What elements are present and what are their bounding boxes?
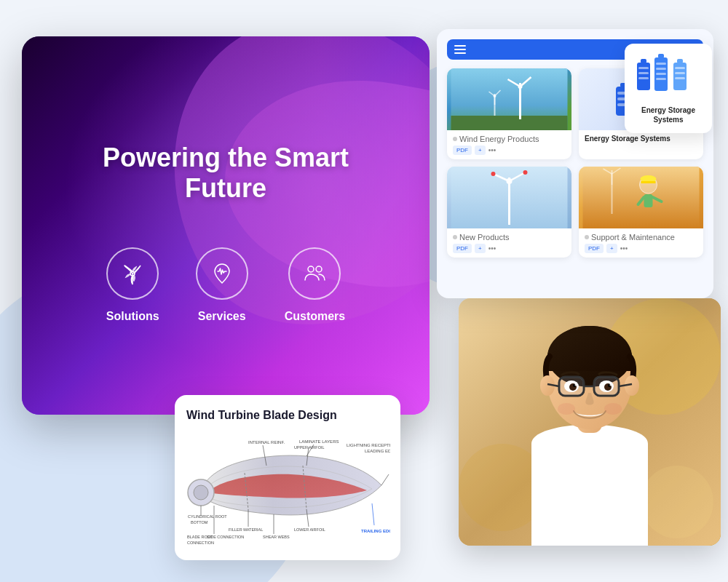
svg-point-117 — [610, 384, 612, 386]
fm-support-info: Support & Maintenance PDF + ••• — [579, 228, 703, 258]
svg-point-69 — [194, 485, 208, 500]
svg-rect-56 — [658, 54, 664, 58]
svg-point-38 — [523, 170, 528, 175]
svg-rect-53 — [638, 72, 649, 74]
fm-line-3 — [454, 52, 466, 54]
fm-energy-title: Energy Storage Systems — [585, 135, 697, 143]
svg-text:INTERNAL REINF.: INTERNAL REINF. — [248, 440, 285, 445]
fm-support-image — [579, 167, 703, 228]
svg-rect-54 — [638, 77, 649, 79]
fm-line-1 — [454, 45, 466, 47]
svg-line-75 — [372, 503, 374, 525]
diagram-title: Wind Turbine Blade Design — [186, 408, 389, 423]
fm-add-btn-3[interactable]: + — [606, 244, 617, 253]
wind-scene-svg — [447, 68, 571, 130]
fm-wind-info: Wind Energy Products PDF + ••• — [447, 130, 571, 159]
fm-dot-3 — [585, 235, 589, 239]
svg-line-70 — [381, 474, 389, 485]
fm-more-btn-2[interactable]: ••• — [488, 244, 496, 252]
services-item[interactable]: Services — [196, 247, 248, 323]
svg-rect-52 — [638, 67, 649, 69]
svg-text:LAMINATE LAYERS: LAMINATE LAYERS — [299, 439, 339, 444]
svg-point-97 — [641, 466, 713, 538]
svg-text:FILLER MATERIAL: FILLER MATERIAL — [229, 527, 263, 532]
support-svg — [579, 167, 703, 228]
svg-point-119 — [604, 403, 622, 415]
svg-rect-39 — [583, 167, 700, 228]
svg-point-118 — [558, 403, 575, 415]
fm-more-btn-3[interactable]: ••• — [620, 244, 628, 252]
svg-rect-43 — [644, 194, 653, 207]
new-products-svg — [447, 167, 571, 228]
services-icon-circle — [196, 247, 248, 300]
fm-wind-actions: PDF + ••• — [453, 146, 566, 155]
battery-icon-group — [636, 52, 701, 100]
fm-support-title: Support & Maintenance — [591, 233, 675, 242]
customers-icon-circle — [288, 247, 341, 300]
fm-header-icon — [454, 45, 466, 54]
fm-item-new-products[interactable]: New Products PDF + ••• — [447, 167, 571, 258]
svg-point-37 — [491, 172, 496, 176]
svg-text:SIDE CONNECTION: SIDE CONNECTION — [207, 535, 244, 539]
customers-item[interactable]: Customers — [285, 247, 346, 323]
energy-card-title: Energy Storage Systems — [633, 105, 703, 124]
diagram-area: LIGHTNING RECEPTION LAMINATE LAYERS TRAI… — [186, 431, 389, 547]
fm-item-support[interactable]: Support & Maintenance PDF + ••• — [579, 167, 703, 258]
svg-rect-60 — [656, 78, 666, 80]
fm-pdf-btn-2[interactable]: PDF — [453, 244, 472, 253]
svg-rect-51 — [641, 59, 646, 63]
fm-add-btn[interactable]: + — [475, 146, 486, 155]
svg-rect-64 — [675, 72, 685, 74]
fm-line-2 — [454, 49, 466, 50]
turbine-diagram-card: Wind Turbine Blade Design — [175, 395, 400, 560]
fm-new-products-image — [447, 167, 571, 228]
fm-pdf-btn[interactable]: PDF — [453, 146, 472, 155]
fm-add-btn-2[interactable]: + — [475, 244, 486, 253]
fm-energy-info: Energy Storage Systems — [579, 130, 703, 150]
svg-point-9 — [518, 84, 523, 89]
svg-point-116 — [575, 384, 577, 386]
person-photo — [459, 298, 721, 546]
person-card — [459, 298, 721, 546]
services-label: Services — [198, 310, 246, 323]
screen-content: Powering the Smart Future — [22, 36, 430, 415]
person-svg — [459, 298, 721, 546]
svg-rect-62 — [677, 59, 683, 63]
svg-point-36 — [507, 178, 513, 184]
fm-pdf-btn-3[interactable]: PDF — [585, 244, 604, 253]
fm-dot — [453, 137, 457, 141]
svg-text:CONNECTION: CONNECTION — [187, 541, 214, 545]
fm-new-products-title: New Products — [459, 233, 509, 242]
fan-icon — [119, 260, 146, 287]
battery-float-svg — [636, 52, 701, 100]
svg-text:LIGHTNING RECEPTION: LIGHTNING RECEPTION — [347, 443, 390, 447]
svg-text:LEADING EDGE: LEADING EDGE — [365, 449, 390, 453]
fm-new-products-actions: PDF + ••• — [453, 244, 566, 253]
fm-wind-title: Wind Energy Products — [459, 135, 539, 143]
svg-rect-65 — [675, 77, 685, 79]
svg-point-1 — [308, 266, 314, 272]
customers-label: Customers — [285, 310, 346, 323]
svg-point-14 — [494, 95, 496, 97]
svg-text:TRAILING EDGE: TRAILING EDGE — [361, 529, 390, 533]
svg-text:LOWER AIRFOIL: LOWER AIRFOIL — [294, 527, 325, 532]
energy-storage-card: Energy Storage Systems — [625, 44, 712, 133]
solutions-icon-circle — [106, 247, 159, 300]
svg-rect-57 — [656, 63, 666, 65]
fm-item-wind-energy[interactable]: Wind Energy Products PDF + ••• — [447, 68, 571, 159]
solutions-item[interactable]: Solutions — [106, 247, 159, 323]
fm-dot-2 — [453, 235, 457, 239]
svg-text:BOTTOM: BOTTOM — [191, 520, 208, 525]
fm-file-label-support: Support & Maintenance — [585, 233, 697, 242]
fm-file-label-new: New Products — [453, 233, 566, 242]
svg-text:UPPER AIRFOIL: UPPER AIRFOIL — [294, 445, 325, 450]
svg-point-2 — [316, 266, 322, 272]
turbine-blade-svg: LIGHTNING RECEPTION LAMINATE LAYERS TRAI… — [186, 431, 390, 547]
svg-rect-63 — [675, 67, 685, 69]
svg-text:SHEAR WEBS: SHEAR WEBS — [263, 535, 290, 539]
fm-support-actions: PDF + ••• — [585, 244, 697, 253]
svg-rect-59 — [656, 73, 666, 75]
solutions-label: Solutions — [106, 310, 159, 323]
fm-more-btn[interactable]: ••• — [488, 146, 496, 154]
icon-row: Solutions Services — [58, 247, 393, 323]
